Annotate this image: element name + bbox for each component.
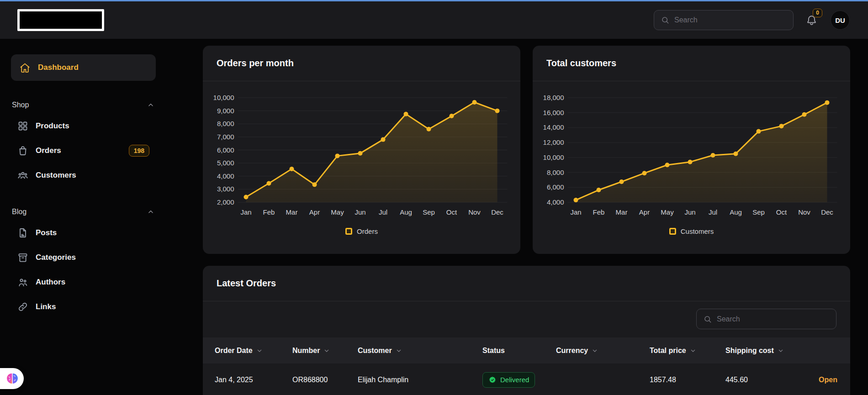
customers-chart-title: Total customers <box>546 58 616 68</box>
x-tick-label: Nov <box>798 208 810 216</box>
data-point <box>495 109 500 113</box>
x-tick-label: Nov <box>468 208 481 216</box>
data-point <box>688 160 693 164</box>
column-header-currency[interactable]: Currency <box>556 347 650 355</box>
table-search[interactable] <box>696 309 836 329</box>
data-point <box>574 198 578 202</box>
area-fill <box>246 102 498 202</box>
sidebar-item-authors[interactable]: Authors <box>11 270 156 295</box>
customers-chart-header: Total customers <box>533 46 850 81</box>
sidebar-section-blog[interactable]: Blog <box>12 205 155 219</box>
main-content: Orders per month 2,0003,0004,0005,0006,0… <box>167 39 868 395</box>
table-toolbar <box>203 301 850 337</box>
cell-number: OR868800 <box>292 376 358 384</box>
status-badge: Delivered <box>482 372 535 388</box>
link-icon <box>17 301 28 312</box>
open-order-link[interactable]: Open <box>819 376 837 384</box>
table-body: Jan 4, 2025OR868800Elijah Champlin Deliv… <box>203 363 850 395</box>
sidebar-item-posts[interactable]: Posts <box>11 221 156 245</box>
app-header: 0 DU <box>0 1 868 39</box>
y-tick-label: 9,000 <box>217 107 234 115</box>
sidebar-item-dashboard[interactable]: Dashboard <box>11 54 156 81</box>
customers-chart-legend[interactable]: Customers <box>533 227 850 235</box>
y-tick-label: 8,000 <box>547 169 564 176</box>
x-tick-label: Oct <box>776 208 787 216</box>
data-point <box>312 182 317 187</box>
x-tick-label: May <box>661 208 674 216</box>
sidebar-item-customers[interactable]: Customers <box>11 163 156 188</box>
column-header-customer[interactable]: Customer <box>358 347 482 355</box>
avatar[interactable]: DU <box>831 11 850 30</box>
sidebar-item-categories[interactable]: Categories <box>11 245 156 270</box>
chevron-down-icon <box>777 347 784 354</box>
section-label: Blog <box>12 208 26 216</box>
cell-total_price: 1857.48 <box>650 376 725 384</box>
sidebar-item-label: Authors <box>36 278 149 287</box>
global-search[interactable] <box>654 10 794 30</box>
column-header-order_date[interactable]: Order Date <box>215 347 292 355</box>
sidebar-item-label: Posts <box>36 228 149 237</box>
data-point <box>734 152 738 156</box>
section-label: Shop <box>12 101 29 109</box>
y-tick-label: 12,000 <box>543 138 564 146</box>
x-tick-label: Jun <box>684 208 695 216</box>
badge-check-icon <box>488 376 497 384</box>
x-tick-label: Aug <box>730 208 742 216</box>
grid-icon <box>17 121 28 132</box>
data-point <box>619 179 624 184</box>
app-logo[interactable] <box>17 9 104 31</box>
sidebar-item-links[interactable]: Links <box>11 295 156 319</box>
data-point <box>404 112 408 116</box>
x-tick-label: Mar <box>286 208 298 216</box>
sidebar-sections: Shop Products Orders198 CustomersBlog Po… <box>0 98 167 319</box>
column-header-shipping_cost[interactable]: Shipping cost <box>725 347 815 355</box>
x-tick-label: Apr <box>309 208 320 216</box>
charts-row: Orders per month 2,0003,0004,0005,0006,0… <box>203 46 850 254</box>
sidebar-item-orders[interactable]: Orders198 <box>11 138 156 163</box>
sidebar-section-shop[interactable]: Shop <box>12 98 155 112</box>
chevron-down-icon <box>395 347 402 354</box>
x-tick-label: Sep <box>752 208 765 216</box>
search-icon <box>703 315 712 324</box>
cell-action: Open <box>815 376 837 384</box>
data-point <box>802 112 807 117</box>
column-label: Currency <box>556 347 588 355</box>
area-fill <box>576 103 827 202</box>
shopping-bag-icon <box>17 145 28 156</box>
data-point <box>335 153 340 158</box>
notifications-button[interactable]: 0 <box>805 14 818 26</box>
legend-swatch-icon <box>669 228 676 235</box>
brain-icon <box>5 372 19 385</box>
x-tick-label: Jan <box>240 208 251 216</box>
chevron-down-icon <box>256 347 263 354</box>
home-icon <box>19 62 31 74</box>
data-point <box>779 124 784 128</box>
count-badge: 198 <box>129 145 149 157</box>
legend-swatch-icon <box>345 228 352 235</box>
y-tick-label: 14,000 <box>543 123 564 131</box>
sidebar-item-label: Dashboard <box>38 63 79 72</box>
table-search-input[interactable] <box>717 315 830 323</box>
column-header-number[interactable]: Number <box>292 347 358 355</box>
latest-orders-title: Latest Orders <box>217 278 276 289</box>
sidebar-item-label: Orders <box>36 146 122 155</box>
x-tick-label: Jul <box>709 208 717 216</box>
sidebar-item-label: Links <box>36 302 149 311</box>
user-group-icon <box>17 170 28 181</box>
x-tick-label: Dec <box>491 208 503 216</box>
y-tick-label: 3,000 <box>217 185 234 193</box>
data-point <box>642 171 647 175</box>
orders-chart-legend[interactable]: Orders <box>203 227 520 235</box>
document-icon <box>17 227 28 238</box>
assistant-pill-button[interactable] <box>0 368 24 389</box>
cell-status: Delivered <box>482 372 556 388</box>
data-point <box>665 163 670 167</box>
latest-orders-header: Latest Orders <box>203 266 850 301</box>
legend-label: Customers <box>681 227 714 235</box>
sidebar-item-products[interactable]: Products <box>11 114 156 138</box>
data-point <box>711 153 715 158</box>
users-icon <box>17 277 28 288</box>
column-header-total_price[interactable]: Total price <box>650 347 725 355</box>
global-search-input[interactable] <box>674 16 787 24</box>
orders-chart-card: Orders per month 2,0003,0004,0005,0006,0… <box>203 46 520 254</box>
